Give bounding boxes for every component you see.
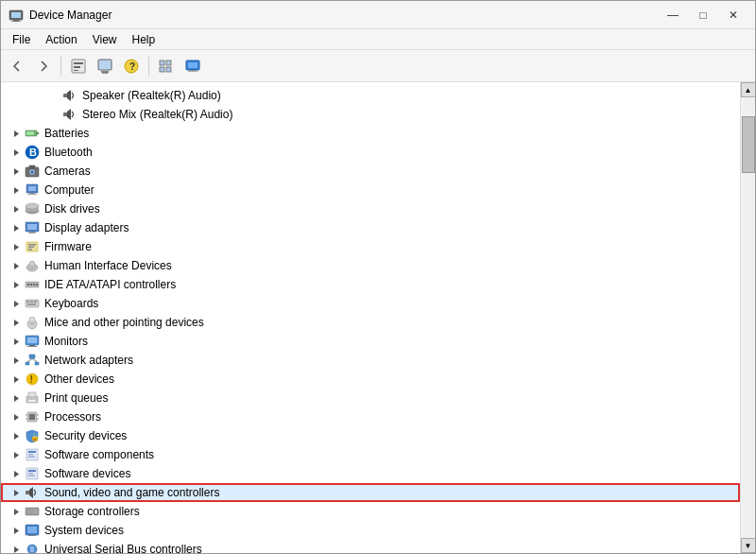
window-controls: — □ ✕ [659,6,747,25]
tree-arrow-monitors[interactable] [9,334,24,349]
tree-item-usb[interactable]: Universal Serial Bus controllers [1,540,740,553]
menu-help[interactable]: Help [125,31,163,48]
svg-rect-27 [37,132,39,134]
svg-text:🔒: 🔒 [30,432,40,441]
tree-label-displayadapters: Display adapters [44,221,129,234]
tree-item-monitors[interactable]: Monitors [1,332,740,351]
tree-item-mice[interactable]: Mice and other pointing devices [1,313,740,332]
tree-item-stereomix[interactable]: Stereo Mix (Realtek(R) Audio) [1,105,740,124]
tree-arrow-ide[interactable] [9,277,24,292]
scan-changes-button[interactable] [93,54,117,78]
svg-rect-49 [29,232,35,233]
tree-item-bluetooth[interactable]: BBluetooth [1,143,740,162]
tree-item-systemdevices[interactable]: System devices [1,521,740,540]
menu-action[interactable]: Action [38,31,84,48]
svg-rect-92 [28,392,36,397]
tree-arrow-printqueues[interactable] [9,390,24,406]
tree-arrow-bluetooth[interactable] [9,145,24,160]
tree-arrow-computer[interactable] [9,182,24,198]
svg-marker-115 [29,487,33,498]
tree-icon-printqueues [24,390,41,406]
tree-icon-networkadapters [24,353,41,368]
tree-arrow-otherdevices[interactable] [9,372,24,387]
device-tree[interactable]: Speaker (Realtek(R) Audio)Stereo Mix (Re… [1,82,740,553]
help-button[interactable]: ? [119,54,144,78]
toolbar-sep-1 [60,57,61,76]
tree-item-otherdevices[interactable]: !Other devices [1,370,740,389]
tree-item-printqueues[interactable]: Print queues [1,389,740,407]
svg-rect-5 [74,62,83,64]
tree-arrow-storagecontrollers[interactable] [9,504,24,519]
menu-file[interactable]: File [5,31,38,48]
tree-item-keyboards[interactable]: Keyboards [1,294,740,313]
tree-arrow-softwarecomponents[interactable] [9,447,24,462]
tree-item-batteries[interactable]: Batteries [1,124,740,143]
tree-arrow-securitydevices[interactable] [9,428,24,443]
tree-item-computer[interactable]: Computer [1,181,740,199]
tree-arrow-batteries[interactable] [9,126,24,141]
tree-icon-monitors [24,334,41,349]
scrollbar-thumb[interactable] [742,116,755,173]
svg-rect-78 [27,338,37,343]
tree-item-storagecontrollers[interactable]: Storage controllers [1,502,740,521]
tree-arrow-speaker[interactable] [46,88,61,103]
tree-arrow-displayadapters[interactable] [9,220,24,235]
svg-rect-70 [34,301,37,303]
tree-arrow-systemdevices[interactable] [9,523,24,538]
tree-arrow-cameras[interactable] [9,164,24,179]
scrollbar-track[interactable] [741,97,756,538]
tree-arrow-firmware[interactable] [9,239,24,254]
tree-arrow-networkadapters[interactable] [9,353,24,368]
tree-item-softwaredevices[interactable]: Software devices [1,464,740,483]
tree-item-displayadapters[interactable]: Display adapters [1,218,740,237]
tree-item-speaker[interactable]: Speaker (Realtek(R) Audio) [1,86,740,105]
tree-item-ide[interactable]: IDE ATA/ATAPI controllers [1,275,740,294]
forward-button[interactable] [31,54,56,78]
maximize-button[interactable]: □ [689,6,717,25]
tree-arrow-hid[interactable] [9,258,24,273]
tree-label-keyboards: Keyboards [44,297,98,310]
svg-rect-41 [27,194,37,195]
tree-item-networkadapters[interactable]: Network adapters [1,351,740,370]
tree-item-diskdrives[interactable]: Disk drives [1,199,740,218]
tree-arrow-soundvideo[interactable] [9,485,24,500]
tree-arrow-diskdrives[interactable] [9,201,24,216]
tree-arrow-stereomix[interactable] [46,107,61,122]
back-button[interactable] [5,54,29,78]
tree-item-cameras[interactable]: Cameras [1,162,740,181]
scroll-down-button[interactable]: ▼ [741,538,756,553]
tree-arrow-processors[interactable] [9,409,24,424]
tree-icon-computer [24,182,41,198]
tree-item-processors[interactable]: Processors [1,407,740,426]
view-button[interactable] [154,54,179,78]
tree-item-softwarecomponents[interactable]: Software components [1,445,740,464]
tree-item-firmware[interactable]: Firmware [1,237,740,256]
scroll-up-button[interactable]: ▲ [741,82,756,97]
tree-label-networkadapters: Network adapters [44,354,133,367]
tree-arrow-softwaredevices[interactable] [9,466,24,481]
tree-label-diskdrives: Disk drives [44,202,100,216]
svg-rect-20 [188,71,198,72]
tree-arrow-usb[interactable] [9,542,24,553]
tree-arrow-keyboards[interactable] [9,296,24,311]
close-button[interactable]: ✕ [719,6,747,25]
monitor-button[interactable] [180,54,205,78]
tree-label-usb: Universal Serial Bus controllers [44,543,202,553]
tree-item-hid[interactable]: Human Interface Devices [1,256,740,275]
svg-rect-65 [36,284,38,286]
tree-item-soundvideo[interactable]: Sound, video and game controllers [1,483,740,502]
tree-arrow-mice[interactable] [9,315,24,330]
app-icon [9,8,24,23]
tree-label-storagecontrollers: Storage controllers [44,505,140,518]
tree-item-securitydevices[interactable]: 🔒Security devices [1,426,740,445]
svg-rect-28 [26,131,34,135]
svg-rect-123 [28,535,36,536]
svg-rect-110 [28,470,36,472]
minimize-button[interactable]: — [659,6,687,25]
scrollbar[interactable]: ▲ ▼ [740,82,755,553]
properties-button[interactable] [66,54,91,78]
svg-rect-111 [28,473,33,475]
tree-icon-displayadapters [24,220,41,235]
svg-marker-124 [14,546,19,553]
menu-view[interactable]: View [85,31,125,48]
